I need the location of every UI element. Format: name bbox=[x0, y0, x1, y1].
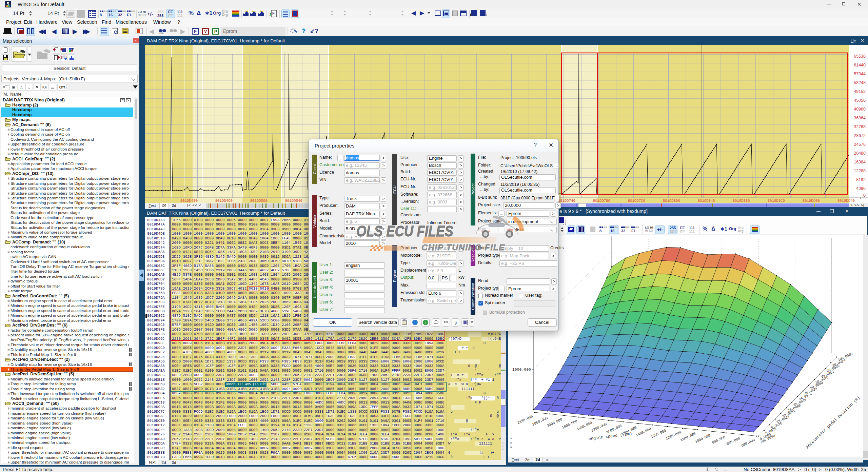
svg-text:8019D480: 8019D480 bbox=[180, 198, 198, 203]
svg-text:0: 0 bbox=[863, 193, 866, 198]
svg-text:8019D500: 8019D500 bbox=[250, 198, 268, 203]
svg-text:1900.000: 1900.000 bbox=[561, 419, 578, 430]
svg-text:2000.000: 2000.000 bbox=[546, 417, 563, 428]
svg-text:1800.000: 1800.000 bbox=[576, 421, 593, 431]
svg-text:2050.000: 2050.000 bbox=[532, 416, 548, 427]
svg-text:45056: 45056 bbox=[854, 98, 866, 103]
svg-text:1000.000: 1000.000 bbox=[694, 433, 711, 444]
svg-text:8019D940: 8019D940 bbox=[837, 198, 855, 203]
svg-text:Accelerator pedal position (%): Accelerator pedal position (%) bbox=[805, 395, 861, 450]
svg-text:65536: 65536 bbox=[854, 54, 866, 59]
svg-text:8019D880: 8019D880 bbox=[732, 198, 750, 203]
svg-text:24576: 24576 bbox=[854, 142, 866, 147]
svg-text:8192: 8192 bbox=[856, 177, 866, 182]
svg-text:8019D780: 8019D780 bbox=[593, 198, 610, 203]
svg-text:1400.000: 1400.000 bbox=[635, 427, 652, 437]
svg-text:8019D740: 8019D740 bbox=[558, 198, 575, 203]
svg-text:600.000: 600.000 bbox=[741, 438, 756, 448]
svg-text:32768: 32768 bbox=[854, 124, 866, 129]
svg-text:8019D7C0: 8019D7C0 bbox=[628, 198, 645, 203]
svg-text:900.000: 900.000 bbox=[711, 435, 726, 445]
svg-text:57344: 57344 bbox=[854, 72, 866, 76]
svg-text:8019D900: 8019D900 bbox=[802, 198, 820, 203]
svg-text:8019D840: 8019D840 bbox=[697, 198, 715, 203]
svg-text:8019D4C0: 8019D4C0 bbox=[215, 198, 233, 203]
svg-text:20480: 20480 bbox=[854, 151, 866, 156]
svg-text:40960: 40960 bbox=[854, 107, 866, 112]
svg-text:1100.000: 1100.000 bbox=[679, 432, 696, 442]
svg-text:1200.000: 1200.000 bbox=[665, 430, 682, 441]
svg-text:8019D8C0: 8019D8C0 bbox=[767, 198, 785, 203]
svg-text:61440: 61440 bbox=[854, 63, 866, 67]
svg-text:12288: 12288 bbox=[854, 169, 866, 173]
svg-text:1000.000: 1000.000 bbox=[512, 367, 531, 372]
svg-text:2150.000: 2150.000 bbox=[517, 414, 533, 425]
svg-text:16384: 16384 bbox=[854, 160, 866, 164]
svg-text:1300.000: 1300.000 bbox=[650, 429, 667, 439]
svg-text:49152: 49152 bbox=[854, 89, 866, 94]
svg-text:800.000: 800.000 bbox=[726, 436, 741, 446]
svg-text:8019D540: 8019D540 bbox=[285, 198, 302, 203]
svg-text:53248: 53248 bbox=[854, 80, 866, 85]
svg-text:8019D800: 8019D800 bbox=[663, 198, 680, 203]
svg-text:1700.000: 1700.000 bbox=[591, 422, 607, 433]
svg-text:28672: 28672 bbox=[854, 133, 866, 138]
svg-text:36864: 36864 bbox=[854, 116, 866, 120]
svg-text:4096: 4096 bbox=[856, 186, 866, 191]
